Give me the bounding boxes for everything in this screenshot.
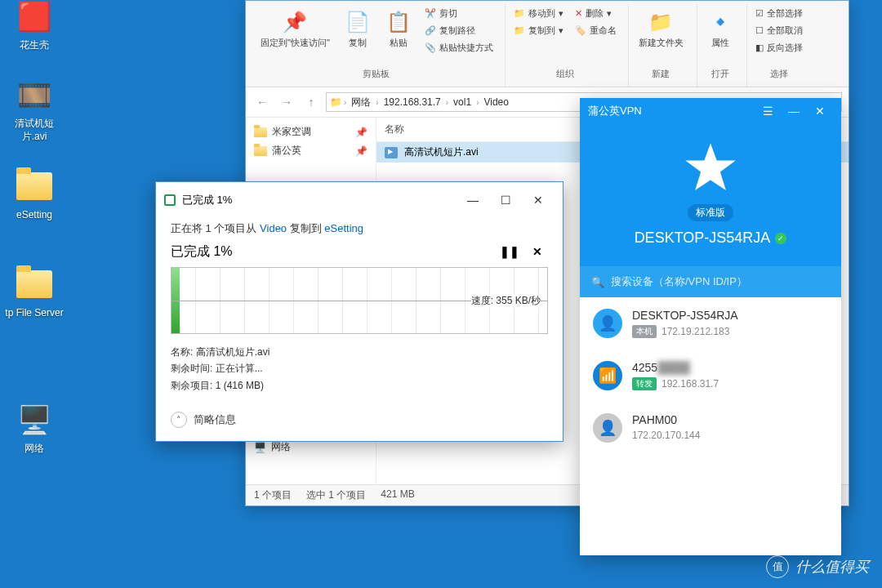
blurred-text: ████ <box>657 361 690 374</box>
folder-icon <box>254 146 267 156</box>
close-button[interactable]: ✕ <box>522 189 555 212</box>
search-bar[interactable]: 🔍 搜索设备（名称/VPN ID/IP） <box>580 266 841 297</box>
pause-button[interactable]: ❚❚ <box>499 241 520 262</box>
pin-icon: 📌 <box>355 145 368 157</box>
star-icon <box>682 139 739 196</box>
desktop-icon[interactable]: eSetting <box>3 167 65 222</box>
pin-quickaccess-button[interactable]: 📌 固定到"快速访问" <box>256 6 335 52</box>
desktop-icon[interactable]: 🖥️ 网络 <box>3 400 65 456</box>
device-item[interactable]: 📶 4255████ 转发192.168.31.7 <box>580 350 841 402</box>
copy-dialog: 已完成 1% — ☐ ✕ 正在将 1 个项目从 Video 复制到 eSetti… <box>155 181 564 442</box>
group-label: 选择 <box>752 65 806 85</box>
copy-icon: 📁 <box>514 25 525 36</box>
copy-meta: 名称: 高清试机短片.avi 剩余时间: 正在计算... 剩余项目: 1 (41… <box>171 344 548 394</box>
minimize-button[interactable]: — <box>781 98 807 124</box>
watermark-icon: 值 <box>766 555 789 578</box>
copy-icon: 📄 <box>345 9 371 35</box>
icon-label: tp File Server <box>3 307 65 320</box>
copypath-button[interactable]: 🔗复制路径 <box>421 23 497 38</box>
network-icon: 🖥️ <box>254 442 266 453</box>
folder-icon <box>254 127 267 137</box>
sidebar-item[interactable]: 米家空调📌 <box>249 122 372 141</box>
icon-label: 网络 <box>3 443 65 456</box>
progress-icon <box>164 194 176 206</box>
rename-icon: 🏷️ <box>575 25 586 36</box>
crumb[interactable]: vol1 <box>450 96 474 108</box>
app-icon: 🟥 <box>15 0 54 36</box>
chevron-down-icon: ▾ <box>607 8 612 19</box>
select-all-button[interactable]: ☑全部选择 <box>752 6 806 21</box>
group-label: 打开 <box>702 65 738 85</box>
dialog-titlebar[interactable]: 已完成 1% — ☐ ✕ <box>156 182 563 218</box>
router-avatar-icon: 📶 <box>593 361 622 390</box>
select-none-button[interactable]: ☐全部取消 <box>752 23 806 38</box>
folder-icon: 📁 <box>330 96 342 108</box>
minimize-button[interactable]: — <box>457 189 489 212</box>
status-selected: 选中 1 个项目 <box>306 488 366 502</box>
device-item[interactable]: 👤 DESKTOP-JS54RJA 本机172.19.212.183 <box>580 297 841 350</box>
invert-selection-button[interactable]: ◧反向选择 <box>752 40 806 56</box>
properties-icon: 🔹 <box>707 9 733 35</box>
shortcut-icon: 📎 <box>425 42 436 53</box>
column-header-name[interactable]: 名称 <box>385 122 404 136</box>
source-link[interactable]: Video <box>260 222 287 234</box>
copy-button[interactable]: 📄 复制 <box>340 6 376 52</box>
icon-label: 清试机短片.avi <box>3 118 65 143</box>
label: 固定到"快速访问" <box>261 37 330 49</box>
status-item-count: 1 个项目 <box>254 488 292 502</box>
maximize-button[interactable]: ☐ <box>489 189 522 212</box>
ribbon: 📌 固定到"快速访问" 📄 复制 📋 粘贴 ✂️剪切 🔗复制路径 📎粘贴快捷方式 <box>246 1 849 87</box>
chevron-up-icon: ˄ <box>171 412 187 428</box>
vpn-titlebar[interactable]: 蒲公英VPN ☰ — ✕ <box>580 98 841 124</box>
newfolder-icon: 📁 <box>648 9 674 35</box>
nav-back-button[interactable]: ← <box>252 92 272 112</box>
cut-button[interactable]: ✂️剪切 <box>421 6 497 21</box>
video-file-icon: 🎞️ <box>15 75 54 114</box>
nav-up-button[interactable]: ↑ <box>301 92 321 112</box>
rename-button[interactable]: 🏷️重命名 <box>572 23 620 38</box>
paste-shortcut-button[interactable]: 📎粘贴快捷方式 <box>421 40 497 56</box>
close-button[interactable]: ✕ <box>807 98 833 124</box>
desktop-icon[interactable]: tp File Server <box>3 265 65 320</box>
dest-link[interactable]: eSetting <box>324 222 363 234</box>
chevron-down-icon: ▾ <box>559 25 564 36</box>
icon-label: eSetting <box>3 209 65 222</box>
properties-button[interactable]: 🔹 属性 <box>702 6 738 52</box>
desktop-icon[interactable]: 🎞️ 清试机短片.avi <box>3 75 65 143</box>
hostname: DESKTOP-JS54RJA ✓ <box>580 229 841 247</box>
file-name: 高清试机短片.avi <box>404 145 479 159</box>
icon-label: 花生壳 <box>3 39 65 52</box>
cancel-button[interactable]: ✕ <box>527 241 548 262</box>
edition-badge: 标准版 <box>688 204 733 221</box>
desktop-icon[interactable]: 🟥 花生壳 <box>3 0 65 52</box>
vpn-hero: 标准版 DESKTOP-JS54RJA ✓ <box>580 124 841 266</box>
delete-button[interactable]: ✕删除▾ <box>572 6 620 21</box>
group-label: 新建 <box>634 65 688 85</box>
nav-forward-button[interactable]: → <box>277 92 296 112</box>
group-label: 剪贴板 <box>256 65 497 85</box>
user-avatar-icon: 👤 <box>593 309 622 338</box>
copyto-button[interactable]: 📁复制到▾ <box>510 23 567 38</box>
paste-icon: 📋 <box>385 9 412 35</box>
paste-button[interactable]: 📋 粘贴 <box>381 6 416 52</box>
crumb[interactable]: 网络 <box>348 96 374 109</box>
sidebar-item[interactable]: 蒲公英📌 <box>249 141 372 160</box>
label: 属性 <box>711 37 729 49</box>
menu-button[interactable]: ☰ <box>755 98 781 124</box>
tag-forward: 转发 <box>632 377 657 390</box>
new-folder-button[interactable]: 📁 新建文件夹 <box>634 6 688 52</box>
move-icon: 📁 <box>514 8 525 19</box>
selectnone-icon: ☐ <box>755 25 764 36</box>
path-icon: 🔗 <box>425 25 436 36</box>
crumb[interactable]: 192.168.31.7 <box>381 96 444 108</box>
group-label: 组织 <box>510 65 620 85</box>
chevron-down-icon: ▾ <box>559 8 564 19</box>
selectall-icon: ☑ <box>755 8 764 19</box>
moveto-button[interactable]: 📁移动到▾ <box>510 6 567 21</box>
details-toggle[interactable]: ˄ 简略信息 <box>171 412 548 428</box>
crumb[interactable]: Video <box>480 96 511 108</box>
device-item[interactable]: 👤 PAHM00 172.20.170.144 <box>580 402 841 454</box>
status-size: 421 MB <box>381 488 414 502</box>
pin-icon: 📌 <box>355 127 368 138</box>
dialog-title: 已完成 1% <box>182 193 232 207</box>
